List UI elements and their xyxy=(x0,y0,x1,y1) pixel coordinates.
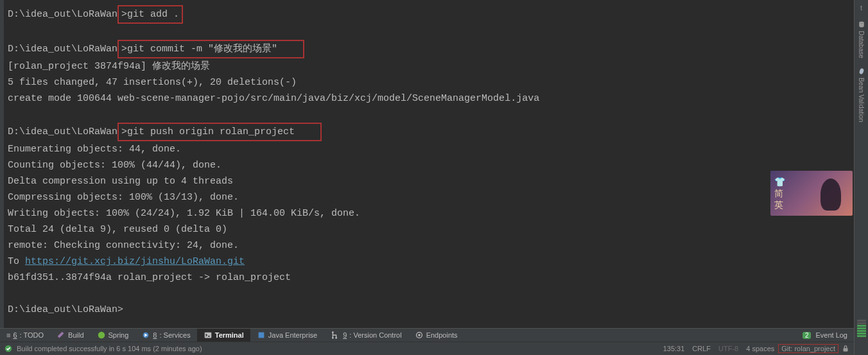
status-build-msg: Build completed successfully in 6 s 104 … xyxy=(13,345,206,352)
terminal-line: Compressing objects: 100% (13/13), done. xyxy=(8,189,846,205)
terminal-line: D:\idea_out\LoRaWan>git push origin rola… xyxy=(8,123,846,141)
thumbnail-icon: 👕 xyxy=(774,176,853,187)
tool-window-bar: ≡ 6: TODO Build Spring 8: Services Termi… xyxy=(0,328,854,342)
lock-icon[interactable] xyxy=(841,344,850,353)
tab-java-enterprise[interactable]: Java Enterprise xyxy=(250,329,324,342)
vtab-bean-validation[interactable]: Bean Validation xyxy=(858,67,865,122)
terminal-output[interactable]: D:\idea_out\LoRaWan>git add . D:\idea_ou… xyxy=(0,0,854,328)
terminal-line: Counting objects: 100% (44/44), done. xyxy=(8,157,846,173)
terminal-line xyxy=(8,107,846,123)
tab-endpoints[interactable]: Endpoints xyxy=(408,329,464,342)
git-prefix: Git: xyxy=(781,345,792,352)
java-ee-icon xyxy=(257,331,266,340)
vtab-bean-label: Bean Validation xyxy=(858,78,865,122)
tab-services-num: 8 xyxy=(153,331,157,339)
svg-point-0 xyxy=(98,332,105,339)
status-git-branch[interactable]: Git: rolan_project xyxy=(778,344,838,353)
tab-spring-label: Spring xyxy=(108,331,129,339)
terminal-line: D:\idea_out\LoRaWan> xyxy=(8,302,846,318)
tab-services-label: : Services xyxy=(159,331,190,339)
thumbnail-text-2: 英 xyxy=(774,199,853,211)
svg-point-4 xyxy=(332,331,334,333)
terminal-line: 5 files changed, 47 insertions(+), 20 de… xyxy=(8,74,846,91)
vtab-database[interactable]: Database xyxy=(858,21,865,58)
event-count-badge: 2 xyxy=(803,332,812,339)
terminal-line: Total 24 (delta 9), reused 0 (delta 0) xyxy=(8,221,846,238)
terminal-line: To https://git.xcj.biz/jinshu/LoRaWan.gi… xyxy=(8,254,846,270)
svg-rect-3 xyxy=(258,333,264,338)
services-icon xyxy=(141,331,150,340)
git-branch-name: rolan_project xyxy=(794,345,835,352)
terminal-line: D:\idea_out\LoRaWan>git commit -m "修改我的场… xyxy=(8,40,846,58)
status-encoding[interactable]: UTF-8 xyxy=(715,345,742,352)
vcs-icon xyxy=(330,331,339,340)
status-line-separator[interactable]: CRLF xyxy=(688,345,715,352)
tab-build-label: Build xyxy=(68,331,83,339)
terminal-line: Enumerating objects: 44, done. xyxy=(8,141,846,157)
terminal-line xyxy=(8,24,846,40)
tab-version-control[interactable]: 9: Version Control xyxy=(324,329,408,342)
terminal-line: Delta compression using up to 4 threads xyxy=(8,173,846,189)
endpoints-icon xyxy=(415,331,424,340)
tab-spring[interactable]: Spring xyxy=(91,329,135,342)
svg-point-6 xyxy=(336,337,338,339)
svg-point-5 xyxy=(332,337,334,339)
svg-rect-2 xyxy=(204,333,211,338)
status-cursor[interactable]: 135:31 xyxy=(659,345,689,352)
terminal-line xyxy=(8,286,846,302)
tab-terminal[interactable]: Terminal xyxy=(197,329,250,342)
tab-todo-num: 6 xyxy=(13,331,17,339)
tab-event-log-label: Event Log xyxy=(815,331,847,339)
database-icon xyxy=(858,21,865,28)
terminal-line: remote: Checking connectivity: 24, done. xyxy=(8,238,846,254)
status-bar: Build completed successfully in 6 s 104 … xyxy=(0,342,854,355)
thumbnail-text-1: 简 xyxy=(774,187,853,199)
build-success-icon xyxy=(4,344,13,353)
terminal-line: [rolan_project 3874f94a] 修改我的场景 xyxy=(8,58,846,74)
svg-point-8 xyxy=(418,334,421,336)
tab-todo[interactable]: ≡ 6: TODO xyxy=(0,329,50,342)
terminal-line: create mode 100644 web-scene-manager-poj… xyxy=(8,91,846,107)
tab-vc-label: : Version Control xyxy=(349,331,401,339)
status-indent[interactable]: 4 spaces xyxy=(742,345,778,352)
tab-services[interactable]: 8: Services xyxy=(135,329,196,342)
tab-endpoints-label: Endpoints xyxy=(426,331,458,339)
git-remote-link[interactable]: https://git.xcj.biz/jinshu/LoRaWan.git xyxy=(25,256,245,267)
ant-indicator[interactable]: t xyxy=(860,4,862,12)
svg-rect-10 xyxy=(844,348,848,351)
list-icon: ≡ xyxy=(6,331,10,339)
terminal-line: b61fd351..3874f94a rolan_project -> rola… xyxy=(8,270,846,286)
hammer-icon xyxy=(56,331,65,340)
tab-event-log[interactable]: 2 Event Log xyxy=(796,329,854,342)
spring-icon xyxy=(97,331,106,340)
tab-build[interactable]: Build xyxy=(50,329,90,342)
terminal-line: Writing objects: 100% (24/24), 1.92 KiB … xyxy=(8,205,846,221)
media-thumbnail[interactable]: 👕 简 英 xyxy=(770,171,853,216)
vtab-database-label: Database xyxy=(858,31,865,58)
tab-terminal-label: Terminal xyxy=(215,331,244,339)
terminal-line: D:\idea_out\LoRaWan>git add . xyxy=(8,5,846,24)
memory-indicator[interactable] xyxy=(857,316,866,337)
bean-icon xyxy=(858,67,865,75)
svg-point-12 xyxy=(858,68,864,75)
tab-vc-num: 9 xyxy=(343,331,347,339)
terminal-icon xyxy=(204,331,213,340)
tab-todo-label: : TODO xyxy=(20,331,44,339)
svg-point-11 xyxy=(859,22,864,24)
right-tool-sidebar: t Database Bean Validation xyxy=(854,0,868,355)
tab-java-ee-label: Java Enterprise xyxy=(268,331,317,339)
